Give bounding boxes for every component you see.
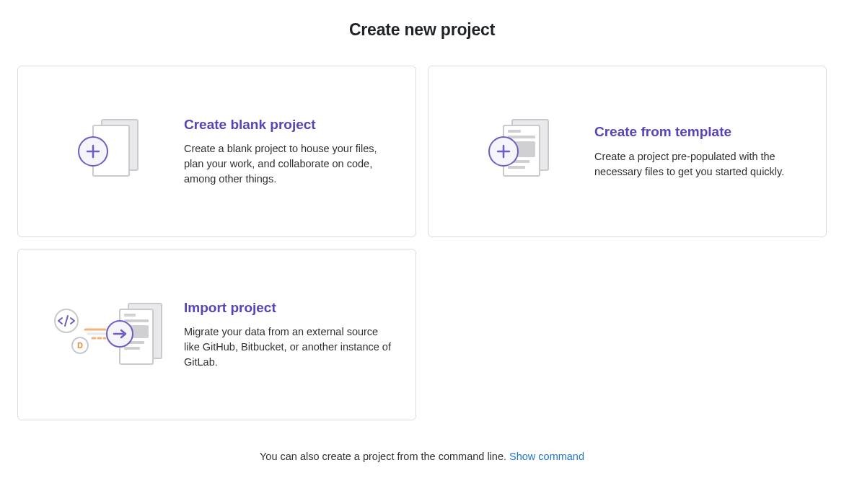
svg-rect-11 — [508, 166, 525, 169]
template-document-icon — [472, 115, 566, 187]
card-title: Create from template — [594, 123, 806, 141]
template-illustration — [443, 94, 594, 209]
page-title: Create new project — [17, 20, 827, 40]
card-title: Create blank project — [184, 116, 395, 133]
project-options-grid: Create blank project Create a blank proj… — [17, 66, 827, 420]
blank-project-illustration — [32, 94, 184, 209]
card-description: Create a blank project to house your fil… — [184, 141, 395, 187]
svg-rect-21 — [124, 347, 140, 350]
blank-document-icon — [61, 115, 155, 187]
footer-text-line: You can also create a project from the c… — [17, 451, 827, 462]
import-icon: D — [43, 295, 173, 374]
create-from-template-card[interactable]: Create from template Create a project pr… — [428, 66, 827, 237]
svg-rect-7 — [508, 130, 521, 133]
show-command-link[interactable]: Show command — [509, 451, 584, 462]
card-description: Create a project pre-populated with the … — [594, 149, 806, 180]
card-title: Import project — [184, 299, 395, 317]
create-blank-project-card[interactable]: Create blank project Create a blank proj… — [17, 66, 416, 237]
card-description: Migrate your data from an external sourc… — [184, 324, 395, 370]
svg-rect-17 — [124, 314, 136, 317]
import-project-card[interactable]: D Import project Migrate your data from … — [17, 249, 416, 420]
footer-text: You can also create a project from the c… — [260, 451, 509, 462]
import-illustration: D — [32, 277, 184, 392]
svg-rect-8 — [508, 136, 535, 138]
svg-rect-18 — [124, 319, 149, 322]
svg-text:D: D — [77, 341, 83, 350]
